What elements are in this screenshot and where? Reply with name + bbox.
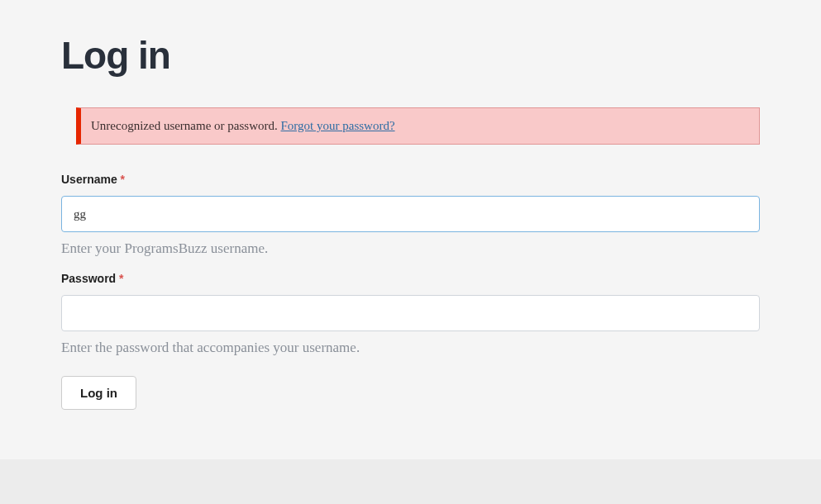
username-input[interactable] [61,196,760,232]
page-title: Log in [61,33,760,78]
forgot-password-link[interactable]: Forgot your password? [281,119,395,132]
error-message: Unrecognized username or password. [91,119,281,132]
required-mark: * [119,272,123,285]
username-label: Username * [61,173,760,186]
password-input[interactable] [61,295,760,331]
password-label: Password * [61,272,760,285]
username-help: Enter your ProgramsBuzz username. [61,240,760,257]
password-label-text: Password [61,272,116,285]
password-help: Enter the password that accompanies your… [61,340,760,356]
footer-area [0,459,821,504]
required-mark: * [121,173,125,186]
username-label-text: Username [61,173,117,186]
error-alert: Unrecognized username or password. Forgo… [76,107,760,145]
login-button[interactable]: Log in [61,376,136,410]
